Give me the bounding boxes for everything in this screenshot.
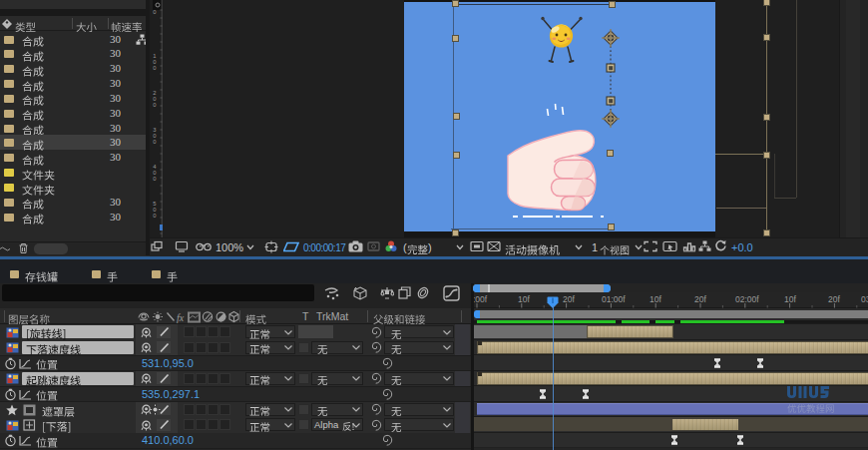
svg-text::00f: :00f	[474, 294, 488, 304]
svg-text:20f: 20f	[828, 294, 840, 304]
svg-text:10f: 10f	[650, 294, 661, 304]
svg-text:03: 03	[861, 294, 868, 304]
svg-text:10f: 10f	[518, 294, 530, 304]
svg-text:01:00f: 01:00f	[602, 294, 626, 304]
svg-text:02:00f: 02:00f	[735, 294, 759, 304]
svg-text:fx: fx	[177, 312, 185, 323]
svg-text:10f: 10f	[784, 294, 796, 304]
svg-text:20f: 20f	[694, 294, 706, 304]
svg-text:20f: 20f	[563, 294, 575, 304]
